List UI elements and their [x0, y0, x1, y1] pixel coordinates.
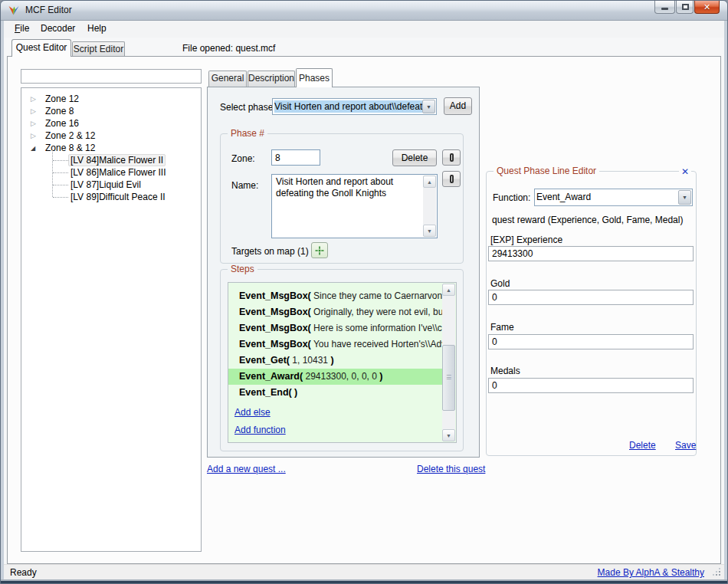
tree-expand-icon[interactable] — [31, 105, 40, 117]
function-description: quest reward (Experience, Gold, Fame, Me… — [492, 215, 683, 225]
title-bar[interactable]: MCF Editor ✕ — [1, 1, 727, 21]
step-row[interactable]: Event_Get( 1, 10431 ) — [228, 353, 443, 369]
step-row[interactable]: Event_MsgBox( You have received Horten's… — [228, 336, 443, 353]
targets-on-map-label: Targets on map (1) — [231, 246, 309, 257]
function-label: Function: — [493, 192, 530, 203]
add-new-quest-link[interactable]: Add a new quest ... — [207, 464, 286, 474]
tree-expand-icon[interactable] — [31, 93, 40, 105]
maximize-icon — [682, 4, 689, 10]
step-row[interactable]: Event_MsgBox( Originally, they were not … — [228, 304, 443, 320]
tree-item-quest[interactable]: [LV 86]Malice Flower III — [21, 166, 201, 179]
app-window: MCF Editor ✕ File Decoder Help Quest Edi… — [0, 0, 728, 584]
zone-label: Zone: — [231, 153, 255, 164]
name-scrollbar[interactable]: ▲ ▼ — [423, 176, 436, 237]
scroll-down-icon[interactable]: ▼ — [442, 429, 455, 441]
fame-label: Fame — [490, 322, 514, 333]
fame-input[interactable] — [488, 334, 694, 349]
search-input[interactable] — [21, 69, 202, 84]
tree-item-zone12[interactable]: Zone 12 — [21, 93, 201, 105]
chevron-down-icon[interactable] — [678, 190, 691, 205]
tree-expand-icon[interactable] — [31, 117, 40, 130]
quest-editor-page: Zone 12 Zone 8 Zone 16 Zone 2 & 12 Zone … — [7, 56, 721, 564]
zone-tree[interactable]: Zone 12 Zone 8 Zone 16 Zone 2 & 12 Zone … — [21, 87, 202, 552]
experience-input[interactable] — [488, 246, 694, 261]
maximize-button[interactable] — [676, 1, 694, 14]
zone-input[interactable] — [271, 149, 320, 166]
window-title: MCF Editor — [25, 5, 72, 15]
minimize-icon — [661, 8, 668, 10]
steps-list[interactable]: Event_MsgBox( Since they came to Caernar… — [228, 282, 457, 443]
phase-move-down-button[interactable] — [442, 171, 461, 187]
chevron-down-icon[interactable] — [422, 100, 435, 113]
scroll-down-icon[interactable]: ▼ — [423, 225, 436, 237]
phase-groupbox: Phase # Zone: Delete Name: Visit Horten … — [220, 133, 464, 264]
tree-item-zone16[interactable]: Zone 16 — [21, 117, 201, 130]
window-frame-bottom — [1, 579, 727, 583]
add-phase-button[interactable]: Add — [444, 97, 472, 115]
target-marker-icon — [315, 246, 324, 255]
phases-tab-page: Select phase: Visit Horten and report ab… — [207, 87, 480, 458]
experience-label: [EXP] Experience — [490, 235, 562, 245]
name-label: Name: — [231, 180, 258, 191]
function-combobox[interactable]: Event_Award — [534, 189, 693, 206]
scroll-up-icon[interactable]: ▲ — [423, 176, 436, 188]
credits-link[interactable]: Made By AlphA & Stealthy — [598, 567, 704, 578]
tree-item-quest[interactable]: [LV 84]Malice Flower II — [21, 154, 201, 166]
tree-item-zone2-12[interactable]: Zone 2 & 12 — [21, 130, 201, 142]
step-row[interactable]: Event_MsgBox( Since they came to Caernar… — [228, 288, 443, 304]
tree-expand-icon[interactable] — [31, 130, 40, 142]
tab-description[interactable]: Description — [248, 71, 295, 87]
menu-help[interactable]: Help — [87, 23, 107, 34]
steps-group-title: Steps — [228, 264, 257, 274]
phase-group-title: Phase # — [228, 128, 267, 139]
file-opened-label: File opened: quest.mcf — [182, 43, 275, 54]
tree-item-zone8-12[interactable]: Zone 8 & 12 — [21, 142, 201, 154]
tab-script-editor[interactable]: Script Editor — [72, 41, 125, 56]
delete-line-link[interactable]: Delete — [629, 440, 656, 451]
phase-move-up-button[interactable] — [442, 149, 461, 166]
line-editor-title: Quest Phase Line Editor — [494, 166, 599, 176]
menu-file[interactable]: File — [15, 23, 29, 34]
delete-phase-button[interactable]: Delete — [392, 149, 437, 166]
gold-input[interactable] — [488, 290, 694, 305]
medals-label: Medals — [490, 366, 520, 376]
tab-phases[interactable]: Phases — [296, 68, 333, 87]
tree-item-zone8[interactable]: Zone 8 — [21, 105, 201, 117]
scrollbar-thumb[interactable] — [442, 345, 455, 411]
show-targets-button[interactable] — [311, 242, 328, 258]
tree-item-quest[interactable]: [LV 87]Liquid Evil — [21, 179, 201, 191]
steps-groupbox: Steps Event_MsgBox( Since they came to C… — [220, 269, 464, 451]
menu-bar: File Decoder Help — [4, 21, 724, 38]
resize-grip-icon[interactable] — [712, 567, 723, 578]
close-button[interactable]: ✕ — [694, 1, 720, 14]
phase-name-textarea[interactable]: Visit Horten and report about defeating … — [271, 174, 438, 238]
medals-input[interactable] — [488, 378, 694, 393]
slot-icon — [450, 153, 454, 162]
quest-phase-line-editor: Quest Phase Line Editor ✕ Function: Even… — [486, 171, 697, 456]
tab-general[interactable]: General — [208, 71, 247, 87]
save-line-link[interactable]: Save — [675, 440, 696, 451]
gold-label: Gold — [490, 278, 510, 289]
scroll-up-icon[interactable]: ▲ — [442, 284, 455, 296]
add-function-link[interactable]: Add function — [234, 425, 286, 435]
status-bar: Ready Made By AlphA & Stealthy — [4, 564, 724, 579]
step-row-selected[interactable]: Event_Award( 29413300, 0, 0, 0 ) — [228, 369, 443, 385]
close-icon: ✕ — [695, 1, 719, 13]
steps-scrollbar[interactable]: ▲ ▼ — [442, 284, 455, 441]
minimize-button[interactable] — [654, 1, 675, 14]
tree-collapse-icon[interactable] — [31, 142, 40, 155]
menu-decoder[interactable]: Decoder — [41, 23, 75, 34]
delete-this-quest-link[interactable]: Delete this quest — [417, 464, 485, 474]
status-text: Ready — [10, 567, 37, 578]
close-editor-icon[interactable]: ✕ — [679, 166, 691, 177]
step-row[interactable]: Event_MsgBox( Here is some information I… — [228, 320, 443, 336]
tab-quest-editor[interactable]: Quest Editor — [11, 39, 71, 57]
select-phase-combobox[interactable]: Visit Horten and report about\\defeating — [272, 98, 437, 115]
tree-item-quest[interactable]: [LV 89]Difficult Peace II — [21, 191, 201, 203]
step-row[interactable]: Event_End( ) — [228, 385, 443, 401]
app-logo-icon — [8, 5, 20, 17]
slot-icon — [450, 175, 454, 183]
add-else-link[interactable]: Add else — [234, 407, 286, 418]
select-phase-label: Select phase: — [220, 102, 276, 113]
